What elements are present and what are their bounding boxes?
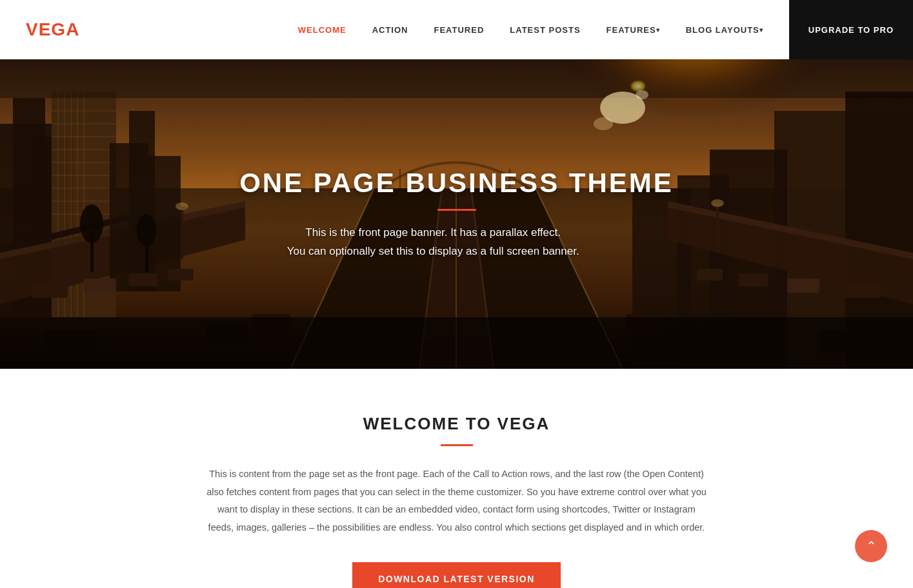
- welcome-title: WELCOME TO VEGA: [26, 414, 887, 434]
- chevron-up-icon: ⌃: [866, 540, 877, 553]
- hero-title-underline: [437, 209, 476, 211]
- svg-point-74: [636, 90, 648, 99]
- svg-rect-49: [129, 273, 158, 286]
- svg-rect-71: [0, 317, 913, 369]
- svg-point-46: [176, 202, 188, 210]
- svg-point-45: [711, 199, 724, 207]
- svg-rect-54: [697, 269, 723, 280]
- welcome-section: WELCOME TO VEGA This is content from the…: [0, 369, 913, 588]
- svg-rect-70: [0, 59, 913, 98]
- svg-rect-53: [739, 273, 768, 286]
- hero-subtitle: This is the front page banner. It has a …: [239, 224, 627, 261]
- svg-rect-47: [32, 284, 68, 298]
- svg-rect-52: [787, 279, 819, 293]
- header: VEGA WELCOME ACTION FEATURED LATEST POST…: [0, 0, 913, 59]
- svg-rect-51: [845, 284, 881, 298]
- main-nav: WELCOME ACTION FEATURED LATEST POSTS FEA…: [285, 0, 776, 59]
- svg-point-73: [594, 117, 613, 130]
- svg-rect-48: [84, 279, 116, 293]
- download-button[interactable]: DOWNLOAD LATEST VERSION: [352, 562, 561, 588]
- welcome-underline: [441, 444, 473, 446]
- nav-featured[interactable]: FEATURED: [421, 0, 497, 59]
- hero-title: ONE PAGE BUSINESS THEME: [239, 168, 674, 199]
- nav-features[interactable]: FEATURES: [594, 0, 673, 59]
- nav-blog-layouts[interactable]: BLOG LAYOUTS: [673, 0, 776, 59]
- svg-rect-33: [181, 208, 183, 259]
- nav-welcome[interactable]: WELCOME: [285, 0, 359, 59]
- svg-point-30: [80, 204, 103, 243]
- upgrade-to-pro-button[interactable]: UPGRADE TO PRO: [789, 0, 913, 59]
- welcome-body: This is content from the page set as the…: [205, 466, 708, 536]
- hero-content: ONE PAGE BUSINESS THEME This is the fron…: [226, 168, 687, 261]
- hero-section: ONE PAGE BUSINESS THEME This is the fron…: [0, 59, 913, 369]
- svg-point-32: [137, 214, 156, 246]
- svg-rect-50: [168, 269, 194, 280]
- scroll-to-top-button[interactable]: ⌃: [855, 530, 887, 562]
- svg-rect-43: [716, 204, 719, 253]
- nav-latest-posts[interactable]: LATEST POSTS: [497, 0, 593, 59]
- site-logo[interactable]: VEGA: [26, 19, 79, 40]
- nav-action[interactable]: ACTION: [359, 0, 421, 59]
